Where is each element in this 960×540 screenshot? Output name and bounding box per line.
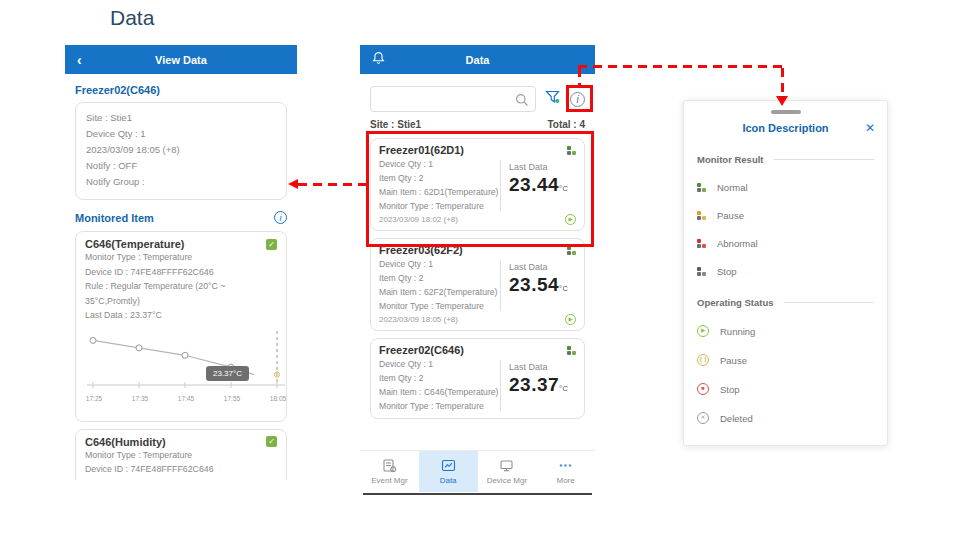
item-qty-line: Item Qty : 2 <box>379 271 500 285</box>
rule-line: Rule : Regular Temperature (20°C ~ 35°C,… <box>85 279 277 308</box>
tab-more[interactable]: More <box>536 451 595 492</box>
chart-canvas <box>85 327 289 391</box>
running-icon: ▶ <box>697 325 709 337</box>
legend-item-running: ▶ Running <box>697 325 874 337</box>
x-tick: 17:55 <box>217 395 247 402</box>
monitored-item-title: Monitored Item <box>75 212 154 224</box>
temperature-line-chart[interactable]: 23.37°C 17:25 17:35 17:45 17:55 18:05 <box>85 327 277 413</box>
page-title: Data <box>110 6 154 30</box>
icon-description-info-icon[interactable]: i <box>570 92 585 107</box>
last-data-label: Last Data <box>509 262 576 272</box>
tab-label: More <box>557 476 575 485</box>
monitor-status-normal-icon <box>567 146 576 155</box>
stop-icon: ■ <box>697 383 709 395</box>
legend-item-pause: Pause <box>697 210 874 221</box>
data-screen-title: Data <box>360 54 595 66</box>
item-qty-line: Item Qty : 2 <box>379 371 500 385</box>
monitor-type-line: Monitor Type : Temperature <box>379 199 500 213</box>
chart-x-axis-labels: 17:25 17:35 17:45 17:55 18:05 <box>85 395 277 405</box>
data-icon <box>441 458 456 473</box>
abnormal-status-icon <box>697 239 706 248</box>
site-label: Site : Stie1 <box>370 119 421 130</box>
annotation-arrow-line <box>298 183 368 186</box>
main-item-line: Main Item : 62F2(Temperature) <box>379 285 500 299</box>
last-data-label: Last Data <box>509 162 576 172</box>
freezer-card[interactable]: Freezer02(C646) Device Qty : 1 Item Qty … <box>370 338 585 419</box>
device-qty-line: Device Qty : 1 <box>379 357 500 371</box>
pause-status-icon <box>697 211 706 220</box>
monitor-status-normal-icon <box>567 346 576 355</box>
freezer-name: Freezer01(62D1) <box>379 144 464 156</box>
screenshot-stage: Data ‹ View Data Freezer02(C646) Site : … <box>0 0 960 540</box>
data-list-screen: Data i Site : Stie1 Total : 4 <box>360 45 595 495</box>
search-input[interactable] <box>370 86 536 112</box>
tab-data[interactable]: Data <box>419 451 478 492</box>
item-title: C646(Temperature) <box>85 238 184 250</box>
chart-tooltip: 23.37°C <box>206 366 249 381</box>
running-status-icon: ▶ <box>565 214 576 225</box>
x-tick: 17:25 <box>79 395 109 402</box>
last-data-value: 23.44 <box>509 174 559 195</box>
rule-line: Rule : Regular Humidity (40% ~ 70%,Promt… <box>85 477 277 481</box>
monitor-status-normal-icon <box>567 246 576 255</box>
monitored-item-card[interactable]: C646(Humidity) ✓ Monitor Type : Temperat… <box>75 429 287 481</box>
freezer-card[interactable]: Freezer01(62D1) Device Qty : 1 Item Qty … <box>370 138 585 231</box>
freezer-card[interactable]: Freezer03(62F2) Device Qty : 1 Item Qty … <box>370 238 585 331</box>
data-header: Data <box>360 45 595 74</box>
info-icon[interactable]: i <box>274 211 287 224</box>
device-qty-line: Device Qty : 1 <box>86 126 276 142</box>
notify-line: Notify : OFF <box>86 158 276 174</box>
monitored-item-card[interactable]: C646(Temperature) ✓ Monitor Type : Tempe… <box>75 231 287 422</box>
more-icon <box>558 458 573 473</box>
legend-item-deleted: ✕ Deleted <box>697 412 874 424</box>
checkbox-checked-icon[interactable]: ✓ <box>266 436 277 447</box>
stop-status-icon <box>697 267 706 276</box>
unit-label: °C <box>559 384 568 393</box>
view-data-screen: ‹ View Data Freezer02(C646) Site : Stie1… <box>65 45 297 480</box>
notify-group-line: Notify Group : <box>86 174 276 190</box>
tab-label: Event Mgr <box>371 476 407 485</box>
monitor-type-line: Monitor Type : Temperature <box>379 399 500 413</box>
view-data-title: View Data <box>65 54 297 66</box>
freezer-info-card: Site : Stie1 Device Qty : 1 2023/03/09 1… <box>75 102 287 200</box>
legend-item-stop: Stop <box>697 266 874 277</box>
search-field[interactable] <box>371 87 502 111</box>
item-qty-line: Item Qty : 2 <box>379 171 500 185</box>
bell-icon[interactable] <box>372 51 385 69</box>
tab-device-mgr[interactable]: Device Mgr <box>478 451 537 492</box>
unit-label: °C <box>559 184 568 193</box>
monitor-type-line: Monitor Type : Temperature <box>379 299 500 313</box>
deleted-icon: ✕ <box>697 412 709 424</box>
annotation-arrow-line <box>781 68 784 96</box>
close-icon[interactable]: ✕ <box>865 121 875 135</box>
freezer-name: Freezer02(C646) <box>379 344 464 356</box>
home-indicator-line <box>363 493 592 496</box>
back-icon[interactable]: ‹ <box>77 52 82 68</box>
timestamp-line: 2023/03/09 18:05 (+8) <box>86 142 276 158</box>
monitor-type-line: Monitor Type : Temperature <box>85 250 277 265</box>
icon-description-sheet: Icon Description ✕ Monitor Result Normal… <box>683 100 888 446</box>
device-qty-line: Device Qty : 1 <box>379 257 500 271</box>
view-data-header: ‹ View Data <box>65 45 297 74</box>
annotation-arrow-line <box>578 65 785 68</box>
site-line: Site : Stie1 <box>86 110 276 126</box>
main-item-line: Main Item : C646(Temperature) <box>379 385 500 399</box>
x-tick: 17:35 <box>125 395 155 402</box>
checkbox-checked-icon[interactable]: ✓ <box>266 239 277 250</box>
monitor-result-section-title: Monitor Result <box>697 154 764 165</box>
search-icon <box>515 93 529 107</box>
total-count: Total : 4 <box>547 119 585 130</box>
filter-icon[interactable] <box>545 90 561 109</box>
pause-icon: ❙❙ <box>697 354 709 366</box>
event-mgr-icon <box>382 458 397 473</box>
monitor-type-line: Monitor Type : Temperature <box>85 448 277 463</box>
sheet-handle[interactable] <box>771 110 801 114</box>
legend-item-normal: Normal <box>697 182 874 193</box>
tab-event-mgr[interactable]: Event Mgr <box>360 451 419 492</box>
divider <box>774 159 875 160</box>
legend-item-op-pause: ❙❙ Pause <box>697 354 874 366</box>
card-timestamp: 2023/03/09 18:02 (+8) <box>379 215 458 224</box>
legend-item-abnormal: Abnormal <box>697 238 874 249</box>
divider <box>784 302 874 303</box>
normal-status-icon <box>697 183 706 192</box>
